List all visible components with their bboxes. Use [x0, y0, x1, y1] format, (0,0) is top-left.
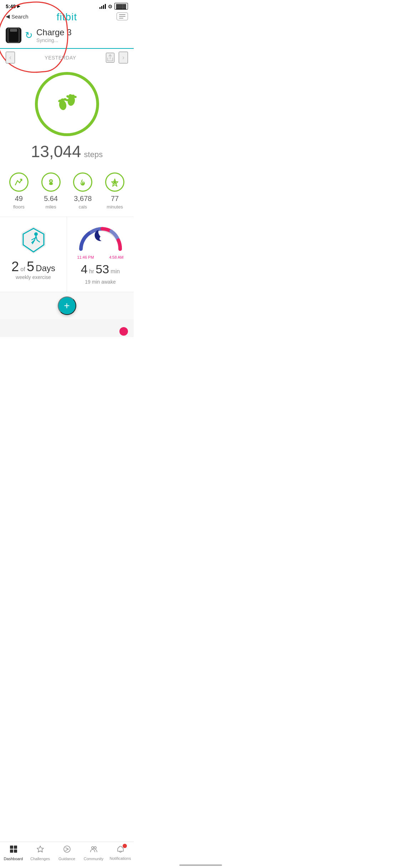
svg-rect-0: [9, 29, 18, 42]
sleep-end-time: 4:58 AM: [109, 255, 123, 259]
device-section: ↻ Charge 3 Syncing...: [0, 23, 134, 49]
device-status: Syncing...: [36, 37, 128, 43]
sleep-times: 11:46 PM 4:58 AM: [77, 255, 124, 259]
date-section: ‹ Yesterday ›: [0, 49, 134, 66]
status-time-section: 5:48 ▶: [6, 4, 20, 9]
floors-value: 49: [15, 195, 23, 203]
exercise-of: of: [20, 266, 27, 272]
floors-icon: [14, 177, 24, 187]
metrics-row: 49 floors 5.64 miles 3,678 cals: [0, 168, 134, 217]
device-image: [6, 27, 21, 43]
back-arrow-icon: ◀: [6, 13, 10, 20]
menu-button[interactable]: [117, 12, 128, 20]
cals-circle: [73, 172, 92, 192]
exercise-badge-svg: [17, 224, 50, 256]
exercise-card[interactable]: 2 of 5 Days weekly exercise: [0, 217, 67, 292]
footsteps-svg: [53, 90, 81, 115]
miles-label: miles: [45, 204, 56, 210]
share-icon: [107, 53, 114, 62]
sleep-awake: 19 min awake: [85, 279, 115, 285]
minutes-value: 77: [111, 195, 119, 203]
metric-cals: 3,678 cals: [73, 172, 92, 210]
exercise-unit: Days: [36, 263, 55, 273]
fab-container: +: [0, 292, 134, 319]
sleep-hours-unit: hr: [89, 268, 94, 274]
miles-value: 5.64: [44, 195, 58, 203]
status-time: 5:48: [6, 4, 16, 9]
status-icons: ⊙ ▓▓▓: [99, 3, 128, 10]
date-label: Yesterday: [45, 55, 76, 61]
status-bar: 5:48 ▶ ⊙ ▓▓▓: [0, 0, 134, 11]
miles-icon: [46, 177, 56, 187]
cals-label: cals: [79, 204, 87, 210]
floors-circle: [9, 172, 29, 192]
app-title: fitbit: [57, 11, 77, 23]
exercise-sub: weekly exercise: [11, 274, 55, 280]
menu-line-1: [119, 14, 125, 15]
exercise-main: 2 of 5 Days: [11, 259, 55, 274]
metric-miles: 5.64 miles: [41, 172, 61, 210]
menu-line-2: [119, 16, 125, 17]
sleep-hours: 4: [81, 262, 88, 276]
steps-container: 13,044 steps: [0, 66, 134, 168]
steps-count: 13,044: [31, 142, 81, 161]
svg-point-19: [34, 232, 38, 236]
cards-row: 2 of 5 Days weekly exercise: [0, 217, 134, 292]
nav-bar: ◀ Search fitbit: [0, 11, 134, 23]
sync-icon: ↻: [25, 30, 33, 41]
steps-unit: steps: [84, 150, 103, 159]
signal-icon: [99, 4, 106, 9]
svg-point-16: [50, 181, 51, 182]
minutes-icon: [110, 177, 120, 187]
svg-rect-2: [11, 31, 16, 37]
floors-label: floors: [13, 204, 25, 210]
sleep-minutes-unit: min: [110, 268, 120, 274]
steps-circle: [35, 72, 99, 136]
sleep-gauge: [77, 224, 124, 251]
steps-display: 13,044 steps: [31, 142, 103, 161]
sleep-start-time: 11:46 PM: [77, 255, 94, 259]
wifi-icon: ⊙: [108, 4, 112, 9]
cals-value: 3,678: [74, 195, 92, 203]
prev-day-button[interactable]: ‹: [6, 52, 15, 63]
sleep-duration: 4 hr 53 min: [81, 262, 120, 276]
sleep-card[interactable]: 11:46 PM 4:58 AM 4 hr 53 min 19 min awak…: [67, 217, 134, 292]
device-info: Charge 3 Syncing...: [36, 27, 128, 43]
svg-rect-1: [11, 30, 16, 38]
bottom-preview: [0, 319, 134, 337]
location-icon: ▶: [17, 4, 20, 9]
sleep-minutes: 53: [96, 262, 109, 276]
svg-rect-3: [9, 32, 10, 35]
miles-circle: [41, 172, 61, 192]
next-day-button[interactable]: ›: [119, 52, 128, 63]
metric-floors: 49 floors: [9, 172, 29, 210]
fitbit-device-svg: [6, 27, 21, 43]
add-button[interactable]: +: [58, 296, 76, 315]
preview-dot: [119, 327, 128, 336]
sleep-gauge-svg: [77, 224, 124, 251]
metric-minutes: 77 minutes: [105, 172, 124, 210]
cals-icon: [78, 177, 88, 187]
exercise-badge: [17, 224, 50, 256]
back-button[interactable]: ◀ Search: [6, 13, 29, 20]
minutes-label: minutes: [107, 204, 123, 210]
main-content: ‹ Yesterday ›: [0, 49, 134, 337]
exercise-current: 2: [11, 259, 19, 274]
minutes-circle: [105, 172, 124, 192]
share-button[interactable]: [106, 53, 114, 63]
back-label: Search: [11, 14, 29, 20]
device-name: Charge 3: [36, 27, 128, 37]
exercise-text: 2 of 5 Days weekly exercise: [11, 259, 55, 280]
footsteps-icon: [53, 90, 81, 118]
menu-line-3: [119, 18, 123, 19]
battery-icon: ▓▓▓: [114, 3, 128, 10]
exercise-total: 5: [27, 259, 34, 274]
